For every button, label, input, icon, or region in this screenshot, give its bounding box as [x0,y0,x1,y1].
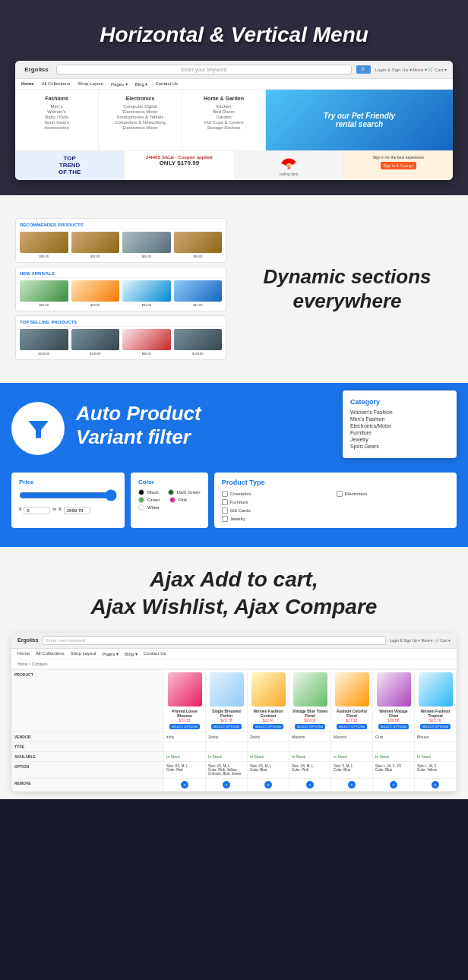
hg-bedroom[interactable]: Bed Room [188,109,259,114]
select-options-button[interactable]: SELECT OPTIONS [169,724,201,729]
color-swatch-white[interactable] [138,504,144,511]
signin-btn[interactable]: Sign In & Savings [381,162,416,169]
category-furniture[interactable]: Furniture [350,430,449,435]
select-options-button[interactable]: SELECT OPTIONS [378,724,410,729]
electronics-computer[interactable]: Computer Digital [105,104,176,109]
color-swatch-pink[interactable] [169,497,176,503]
category-jewelry[interactable]: Jewelry [350,437,449,442]
cnav-contact[interactable]: Contact Us [144,651,166,656]
select-options-button[interactable]: SELECT OPTIONS [420,724,451,729]
price-max-input[interactable] [64,507,90,514]
select-options-button[interactable]: SELECT OPTIONS [295,724,326,729]
color-label: Color [138,479,201,485]
remove-button[interactable]: × [432,781,439,789]
select-options-button[interactable]: SELECT OPTIONS [253,724,284,729]
fashion-womens[interactable]: Women's [21,109,92,114]
list-item [337,499,449,505]
search-button[interactable]: 🔍 [356,65,371,74]
checkbox-electronics[interactable] [337,491,343,497]
hg-storage[interactable]: Storage Devices [188,125,259,130]
category-electronics[interactable]: Electronics/Motor [350,423,449,428]
nav-home[interactable]: Home [21,81,34,87]
search-bar[interactable]: Enter your keyword [56,65,352,74]
list-item: $27.00 [174,280,223,307]
hg-garden[interactable]: Garden [188,115,259,119]
product-price: $199.00 [71,352,120,356]
cnav-shop[interactable]: Shop Layout [71,651,96,656]
select-options-button[interactable]: SELECT OPTIONS [211,724,242,729]
dynamic-title: Dynamic sectionseverywhere [242,265,453,312]
type-cell [248,741,289,751]
checkbox-jewelry[interactable] [222,516,228,522]
site-logo: Ergoliss [21,66,52,73]
electronics-networking[interactable]: Computers & Networking [105,120,176,125]
option-cell: Size: XS, M, L Color: Red [164,761,206,778]
browser-nav: Home All Collections Shop Layout Pages ▾… [15,79,453,90]
price-min-input[interactable] [24,507,50,514]
cnav-blog[interactable]: Blog ▾ [125,651,138,656]
nav-shop[interactable]: Shop Layout [77,81,103,87]
category-womens-fashion[interactable]: Women's Fashion [350,409,449,415]
fashion-accessories[interactable]: Accessories [21,125,92,130]
color-name: White [147,505,159,510]
nav-blog[interactable]: Blog ▾ [135,81,148,87]
product-cell: Vintage Blue Totem Floral $29.08 SELECT … [289,669,331,732]
list-item: Jewelry [222,516,334,522]
product-price: $129.00 [20,352,68,356]
checkbox-cosmetics[interactable] [222,491,228,497]
hero-banner: Try our Pet Friendlyrental search [266,90,453,150]
fashion-mens[interactable]: Men's [21,104,92,109]
remove-cell: × [415,778,457,791]
remove-button[interactable]: × [223,781,230,789]
vendor-cell: Zevity [206,732,248,741]
fashion-sport[interactable]: Sport Gears [21,120,92,125]
cnav-home[interactable]: Home [17,651,30,656]
nav-collections[interactable]: All Collections [42,81,71,87]
color-swatch-darkgreen[interactable] [168,489,174,495]
recommended-card: RECOMMENDED PRODUCTS $28.00 $32.00 $45.0… [15,218,226,263]
available-cell: In Stock [289,751,331,761]
electronics-motor[interactable]: Electronics Motor [105,109,176,114]
hg-kitchen[interactable]: Kitchen [188,104,259,109]
remove-button[interactable]: × [181,781,188,789]
category-label: Category [350,398,449,406]
cnav-pages[interactable]: Pages ▾ [102,651,119,656]
product-type-grid: Cosmetics Electronics Furniture Gift Car… [222,491,449,522]
nav-pages[interactable]: Pages ▾ [111,81,128,87]
color-swatch-black[interactable] [138,489,144,495]
product-price: $89.00 [122,352,171,356]
fashion-baby[interactable]: Baby / Kids [21,115,92,119]
cnav-collections[interactable]: All Collections [36,651,65,656]
nav-contact[interactable]: Contact Us [155,81,178,87]
checkbox-furniture[interactable] [222,499,228,505]
remove-button[interactable]: × [264,781,272,789]
electronics-motor2[interactable]: Electronics Motor [105,125,176,130]
remove-button[interactable]: × [348,781,356,789]
compare-account[interactable]: Login & Sign Up ▾ More ▾ 🛒 Cart ▾ [390,638,451,643]
option-cell: Size: L, M, S, XS Color: Blue [373,761,415,778]
product-price: $36.88 [375,718,412,722]
remove-button[interactable]: × [306,781,314,789]
banner-sale: 24HRS SALE - Coupon applied ONLY $179.99 [125,151,234,180]
price-range-slider[interactable] [19,489,117,501]
option-cell: Size: XS, M, L Color: Pink [289,761,331,778]
category-sport[interactable]: Sport Gears [350,444,449,449]
list-item: $199.00 [71,329,120,356]
remove-button[interactable]: × [390,781,397,789]
section-ajax: Ajax Add to cart,Ajax Wishlist, Ajax Com… [0,547,468,799]
color-swatch-green[interactable] [138,497,144,503]
remove-cell: × [289,778,331,791]
account-links[interactable]: Login & Sign Up ▾ More ▾ 🛒 Cart ▾ [375,67,447,72]
pt-name: Electronics [345,492,367,496]
hg-hotcups[interactable]: Hot Cups & Covers [188,120,259,125]
filter-section-title: Auto ProductVariant filter [76,402,201,449]
type-cell [415,741,457,751]
select-options-button[interactable]: SELECT OPTIONS [337,724,368,729]
product-image [335,672,369,707]
category-mens-fashion[interactable]: Men's Fashion [350,416,449,422]
table-row: REMOVE × × × × [12,778,457,791]
electronics-smartphones[interactable]: Smartphones & Tablets [105,115,176,119]
filter-top-row: Auto ProductVariant filter Category Wome… [11,402,457,461]
checkbox-giftcards[interactable] [222,507,228,514]
compare-search[interactable]: Enter your keyword [43,636,386,645]
